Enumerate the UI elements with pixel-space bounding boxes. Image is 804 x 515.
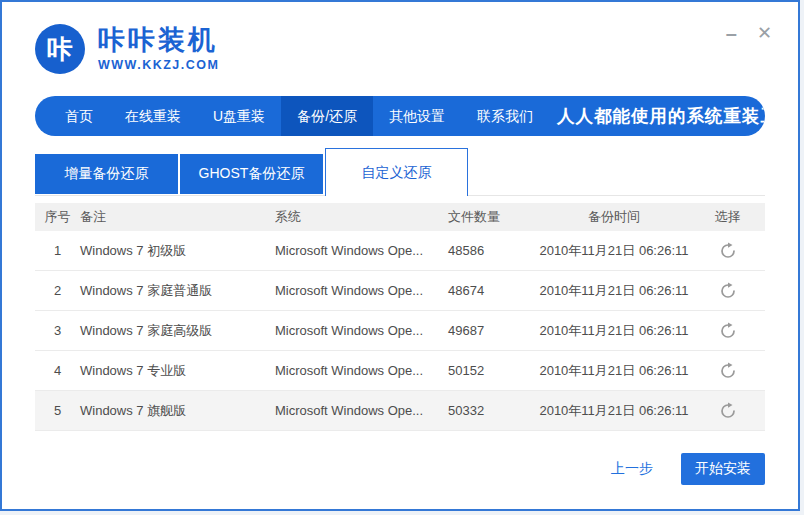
- col-header-select: 选择: [690, 208, 765, 226]
- refresh-icon[interactable]: [719, 402, 737, 420]
- cell-count: 50152: [448, 363, 538, 378]
- cell-count: 49687: [448, 323, 538, 338]
- cell-seq: 4: [35, 363, 80, 378]
- nav-item-other-settings[interactable]: 其他设置: [373, 96, 461, 136]
- cell-count: 50332: [448, 403, 538, 418]
- nav-item-usb-reinstall[interactable]: U盘重装: [197, 96, 281, 136]
- cell-system: Microsoft Windows Ope...: [275, 403, 448, 418]
- nav-item-backup-restore[interactable]: 备份/还原: [281, 96, 373, 136]
- minimize-icon[interactable]: –: [726, 24, 737, 42]
- start-install-button[interactable]: 开始安装: [681, 453, 765, 485]
- brand-logo-char: 咔: [47, 32, 73, 67]
- cell-time: 2010年11月21日 06:26:11: [538, 362, 690, 380]
- table-row[interactable]: 3 Windows 7 家庭高级版 Microsoft Windows Ope.…: [35, 311, 765, 351]
- tab-incremental-backup-restore[interactable]: 增量备份还原: [35, 154, 178, 194]
- table-row[interactable]: 1 Windows 7 初级版 Microsoft Windows Ope...…: [35, 231, 765, 271]
- cell-time: 2010年11月21日 06:26:11: [538, 402, 690, 420]
- table-row[interactable]: 5 Windows 7 旗舰版 Microsoft Windows Ope...…: [35, 391, 765, 431]
- brand-website: WWW.KKZJ.COM: [98, 58, 219, 72]
- cell-note: Windows 7 初级版: [80, 242, 275, 260]
- previous-step-button[interactable]: 上一步: [611, 460, 653, 478]
- col-header-system: 系统: [275, 208, 448, 226]
- app-window: 咔 咔咔装机 WWW.KKZJ.COM – ✕ 首页 在线重装 U盘重装 备份/…: [0, 0, 800, 511]
- brand-text: 咔咔装机 WWW.KKZJ.COM: [98, 26, 219, 72]
- cell-note: Windows 7 旗舰版: [80, 402, 275, 420]
- table-row[interactable]: 4 Windows 7 专业版 Microsoft Windows Ope...…: [35, 351, 765, 391]
- refresh-icon[interactable]: [719, 282, 737, 300]
- cell-seq: 5: [35, 403, 80, 418]
- close-icon[interactable]: ✕: [757, 24, 772, 42]
- main-nav: 首页 在线重装 U盘重装 备份/还原 其他设置 联系我们 人人都能使用的系统重装…: [35, 96, 765, 136]
- cell-note: Windows 7 家庭普通版: [80, 282, 275, 300]
- refresh-icon[interactable]: [719, 322, 737, 340]
- col-header-time: 备份时间: [538, 208, 690, 226]
- cell-time: 2010年11月21日 06:26:11: [538, 282, 690, 300]
- nav-item-contact-us[interactable]: 联系我们: [461, 96, 549, 136]
- cell-system: Microsoft Windows Ope...: [275, 243, 448, 258]
- backup-table: 序号 备注 系统 文件数量 备份时间 选择 1 Windows 7 初级版 Mi…: [35, 203, 765, 431]
- nav-item-online-reinstall[interactable]: 在线重装: [109, 96, 197, 136]
- cell-count: 48586: [448, 243, 538, 258]
- footer-actions: 上一步 开始安装: [35, 453, 765, 485]
- table-header-row: 序号 备注 系统 文件数量 备份时间 选择: [35, 203, 765, 231]
- app-title: 咔咔装机: [98, 26, 219, 56]
- col-header-seq: 序号: [35, 208, 80, 226]
- tab-custom-restore[interactable]: 自定义还原: [325, 148, 468, 196]
- app-header: 咔 咔咔装机 WWW.KKZJ.COM – ✕: [2, 2, 798, 96]
- brand-logo-icon: 咔: [35, 24, 85, 74]
- nav-slogan: 人人都能使用的系统重装工具: [557, 104, 765, 128]
- refresh-icon[interactable]: [719, 362, 737, 380]
- col-header-count: 文件数量: [448, 208, 538, 226]
- cell-seq: 2: [35, 283, 80, 298]
- cell-time: 2010年11月21日 06:26:11: [538, 242, 690, 260]
- tab-ghost-backup-restore[interactable]: GHOST备份还原: [180, 154, 323, 194]
- nav-item-home[interactable]: 首页: [49, 96, 109, 136]
- cell-system: Microsoft Windows Ope...: [275, 283, 448, 298]
- cell-note: Windows 7 家庭高级版: [80, 322, 275, 340]
- table-row[interactable]: 2 Windows 7 家庭普通版 Microsoft Windows Ope.…: [35, 271, 765, 311]
- cell-time: 2010年11月21日 06:26:11: [538, 322, 690, 340]
- cell-seq: 3: [35, 323, 80, 338]
- col-header-note: 备注: [80, 208, 275, 226]
- cell-system: Microsoft Windows Ope...: [275, 363, 448, 378]
- cell-system: Microsoft Windows Ope...: [275, 323, 448, 338]
- refresh-icon[interactable]: [719, 242, 737, 260]
- window-controls: – ✕: [726, 24, 772, 42]
- cell-seq: 1: [35, 243, 80, 258]
- tab-strip: 增量备份还原 GHOST备份还原 自定义还原: [35, 148, 765, 196]
- cell-note: Windows 7 专业版: [80, 362, 275, 380]
- cell-count: 48674: [448, 283, 538, 298]
